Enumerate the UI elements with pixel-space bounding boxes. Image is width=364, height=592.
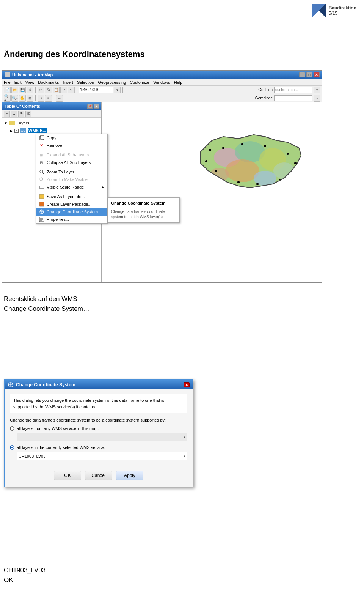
full-extent-btn[interactable]: ⊞	[27, 95, 33, 102]
pan-btn[interactable]: ✋	[19, 95, 26, 102]
gemeinde-arrow-btn[interactable]: ▾	[314, 95, 320, 102]
menu-geoprocessing[interactable]: Geoprocessing	[98, 80, 126, 85]
page-title: Änderung des Koordinatensystems	[4, 49, 145, 59]
ctx-change-coord-system[interactable]: Change Coordinate System...	[36, 208, 107, 216]
edit-btn[interactable]: ✏	[56, 95, 63, 102]
paste-btn[interactable]: 📋	[53, 87, 60, 93]
svg-point-35	[294, 162, 297, 164]
expand-icon: ⊞	[39, 152, 44, 157]
select-btn[interactable]: ↖	[45, 95, 52, 102]
geolion-arrow-btn[interactable]: ▾	[314, 87, 320, 93]
toc-wms-checkbox[interactable]: ✓	[14, 129, 19, 133]
toc-list-by-source-btn[interactable]: 🗂	[11, 111, 17, 117]
ctx-collapse-sublayers[interactable]: ⊟ Collapse All Sub-Layers	[36, 159, 107, 166]
scale-input[interactable]	[79, 87, 113, 93]
zoom-in-btn[interactable]: 🔍+	[4, 95, 11, 102]
dialog-radio-1[interactable]	[10, 426, 14, 431]
svg-point-11	[40, 170, 43, 173]
dialog-body: This dialog lets you change the coordina…	[5, 389, 193, 487]
new-btn[interactable]: 📄	[4, 87, 11, 93]
dialog-select-2[interactable]: CH1903_LV03 ▾	[17, 452, 187, 460]
ctx-save-layer-file[interactable]: Save As Layer File...	[36, 193, 107, 200]
dialog-close-button[interactable]: ✕	[184, 382, 190, 387]
cut-btn[interactable]: ✂	[38, 87, 44, 93]
menu-insert[interactable]: Insert	[63, 80, 73, 85]
ctx-properties[interactable]: Properties...	[36, 216, 107, 223]
geolion-search-input[interactable]	[274, 87, 312, 93]
header-subtitle: 5/15	[329, 11, 356, 16]
toc-list-by-visibility-btn[interactable]: 👁	[18, 111, 24, 117]
close-button[interactable]: ✕	[314, 72, 320, 77]
toc-pin-btn[interactable]: 📌	[87, 104, 93, 109]
create-package-icon	[39, 202, 44, 207]
svg-point-33	[264, 145, 266, 147]
dialog-radio-2[interactable]	[10, 445, 14, 450]
sep1	[35, 87, 36, 93]
dialog-title: Change Coordinate System	[16, 382, 75, 387]
print-btn[interactable]: 🖨	[27, 87, 33, 93]
save-btn[interactable]: 💾	[19, 87, 26, 93]
toc-expand-icon[interactable]: ▼	[4, 121, 8, 125]
dialog-apply-button[interactable]: Apply	[116, 471, 143, 480]
ctx-remove[interactable]: ✕ Remove	[36, 142, 107, 149]
sep2	[77, 87, 77, 93]
ctx-visible-scale-range[interactable]: Visible Scale Range ▶	[36, 183, 107, 191]
change-coord-submenu: Change Coordinate System Change data fra…	[108, 197, 180, 223]
collapse-icon: ⊟	[39, 160, 44, 165]
svg-rect-16	[39, 202, 44, 206]
svg-rect-7	[41, 135, 44, 139]
svg-text:⊟: ⊟	[40, 161, 43, 165]
ctx-copy[interactable]: Copy	[36, 134, 107, 142]
toc-list-by-selection-btn[interactable]: ☑	[25, 111, 31, 117]
maximize-button[interactable]: □	[306, 72, 312, 77]
dialog-buttons: OK Cancel Apply	[10, 468, 187, 482]
arcmap-window-buttons: ─ □ ✕	[299, 72, 320, 77]
footer-line1: CH1903_LV03	[4, 565, 46, 575]
svg-point-38	[237, 181, 240, 183]
arcmap-toolbar-tools: 🔍+ 🔍- ✋ ⊞ ℹ ↖ ✏ Gemeinde ▾	[2, 94, 322, 102]
ctx-create-layer-package[interactable]: Create Layer Package...	[36, 200, 107, 208]
ctx-create-package-label: Create Layer Package...	[47, 202, 92, 206]
zoom-out-btn[interactable]: 🔍-	[11, 95, 18, 102]
toc-titlebar: Table Of Contents 📌 ✕	[2, 102, 101, 110]
identify-btn[interactable]: ℹ	[38, 95, 44, 102]
svg-rect-3	[9, 121, 12, 122]
menu-selection[interactable]: Selection	[77, 80, 94, 85]
gemeinde-input[interactable]	[274, 95, 312, 101]
open-btn[interactable]: 📂	[11, 87, 18, 93]
svg-point-37	[256, 183, 259, 185]
dialog-ok-button[interactable]: OK	[54, 471, 81, 480]
toc-layers-folder-icon	[9, 120, 15, 126]
visible-scale-icon	[39, 184, 44, 190]
dialog-separator	[10, 464, 187, 464]
menu-view[interactable]: View	[25, 80, 35, 85]
toc-close-btn[interactable]: ✕	[94, 104, 99, 109]
copy-btn[interactable]: ⧉	[45, 87, 52, 93]
ctx-visible-scale-arrow: ▶	[102, 185, 104, 189]
scale-arrow-btn[interactable]: ▾	[114, 87, 121, 93]
minimize-button[interactable]: ─	[299, 72, 305, 77]
menu-windows[interactable]: Windows	[153, 80, 170, 85]
toc-tools: ≡ 🗂 👁 ☑	[2, 110, 101, 118]
dialog-select-row-1: ▾	[17, 433, 187, 441]
svg-text:WMS: WMS	[21, 129, 26, 132]
dialog-title-icon	[8, 382, 14, 388]
menu-bookmarks[interactable]: Bookmarks	[38, 80, 59, 85]
dialog-info-text: This dialog lets you change the coordina…	[10, 394, 187, 413]
menu-customize[interactable]: Customize	[130, 80, 149, 85]
dialog-cancel-button[interactable]: Cancel	[85, 471, 112, 480]
toc-list-by-drawing-order-btn[interactable]: ≡	[4, 111, 10, 117]
dialog-select-1-arrow: ▾	[184, 435, 185, 439]
menu-edit[interactable]: Edit	[14, 80, 22, 85]
dialog-radio-2-label: all layers in the currently selected WMS…	[17, 445, 105, 450]
ctx-sep1	[36, 150, 107, 150]
dialog-select-row-2: CH1903_LV03 ▾	[17, 452, 187, 460]
undo-btn[interactable]: ↩	[60, 87, 67, 93]
menu-help[interactable]: Help	[174, 80, 183, 85]
ctx-zoom-to-layer[interactable]: Zoom To Layer	[36, 168, 107, 176]
menu-file[interactable]: File	[4, 80, 11, 85]
toc-wms-expand-icon[interactable]: ▶	[10, 129, 13, 133]
map-area	[102, 102, 322, 282]
arcmap-toolbar-standard: 📄 📂 💾 🖨 ✂ ⧉ 📋 ↩ ↪ ▾ GeoLion ▾	[2, 86, 322, 94]
redo-btn[interactable]: ↪	[68, 87, 75, 93]
